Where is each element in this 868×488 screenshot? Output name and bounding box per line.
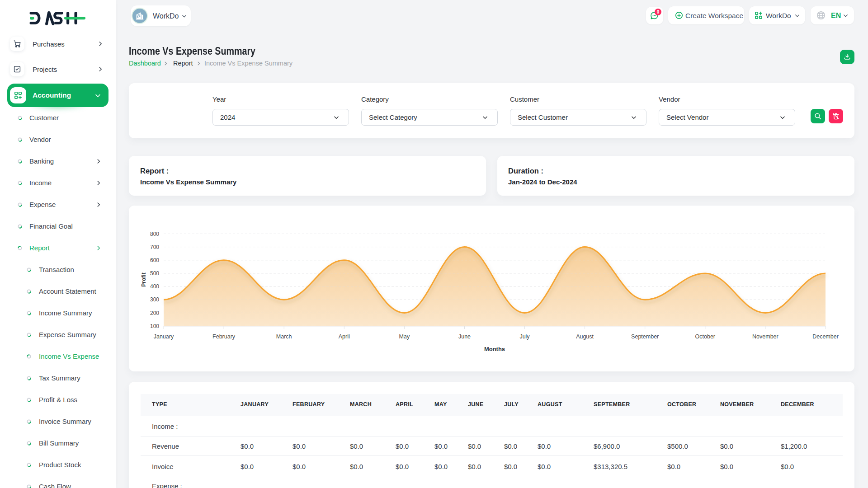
svg-text:Months: Months [484,346,505,352]
svg-text:300: 300 [150,296,159,303]
svg-text:May: May [399,333,410,340]
svg-text:September: September [631,333,659,340]
svg-text:November: November [752,333,778,340]
svg-text:500: 500 [150,270,159,277]
svg-text:600: 600 [150,257,159,263]
svg-text:100: 100 [150,323,159,329]
svg-text:700: 700 [150,244,159,250]
svg-text:December: December [812,333,839,340]
svg-text:June: June [458,333,471,340]
svg-text:July: July [519,333,530,340]
svg-text:February: February [212,333,236,340]
svg-text:January: January [154,333,174,340]
svg-text:April: April [339,333,350,340]
svg-text:800: 800 [150,231,159,237]
svg-text:March: March [276,333,292,340]
svg-text:400: 400 [150,283,159,290]
svg-text:200: 200 [150,310,159,316]
svg-text:August: August [576,333,594,340]
svg-text:Profit: Profit [141,272,147,286]
svg-text:October: October [695,333,715,340]
